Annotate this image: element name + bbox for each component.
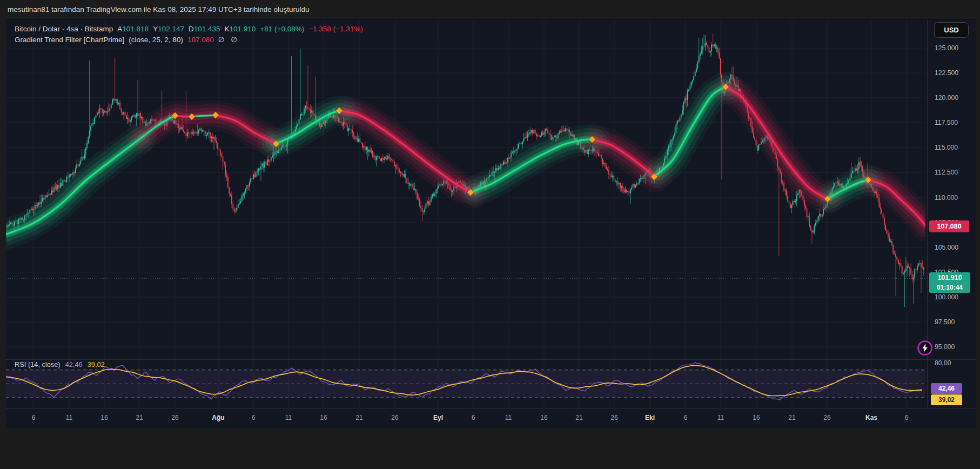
bar-countdown: 01:10:44 [929,283,970,292]
indicator-null-values: ∅ ∅ [218,35,237,44]
day-change: −1.358 (−1,31%) [308,25,363,33]
currency-toggle-button[interactable]: USD [934,22,969,38]
price-axis-label: 125.000 [935,44,978,52]
time-axis-month-label: Ağu [212,414,224,421]
price-axis-label: 112.500 [935,168,978,177]
price-axis-label: 115.000 [935,143,978,152]
time-axis-label: 6 [684,414,688,421]
symbol-legend-row[interactable]: Bitcoin / Dolar · 4sa · Bitstamp A101.81… [15,23,363,34]
time-axis-label: 11 [66,414,72,421]
footer-bar: TradingView [0,428,980,469]
price-axis-label: 117.500 [935,118,978,127]
time-axis-label: 6 [32,414,36,421]
rsi-axis-badge: 42,46 [931,383,962,394]
symbol-title: Bitcoin / Dolar · 4sa · Bitstamp [15,25,113,33]
time-axis-label: 26 [391,414,398,421]
time-axis-label: 11 [717,414,724,421]
indicator-legend-row[interactable]: Gradient Trend Filter [ChartPrime] (clos… [15,34,363,45]
time-axis-label: 21 [575,414,582,421]
bar-change: +81 (+0,08%) [260,25,304,33]
ohlc-open: A101.818 [117,25,149,33]
time-axis-label: 16 [320,414,327,421]
rsi-axis-label: 80,00 [935,359,978,367]
ohlc-close: K101.910 [225,25,256,33]
rsi-ma-axis-badge: 39,02 [931,394,962,405]
tradingview-snapshot: mesutinan81 tarafından TradingView.com i… [0,0,980,469]
time-axis-label: 26 [171,414,178,421]
time-axis-label: 6 [905,414,909,421]
rsi-value: 42,46 [65,360,83,368]
price-chart-canvas[interactable] [0,0,980,469]
time-axis-label: 26 [823,414,830,421]
indicator-price-badge: 107.080 [929,220,969,232]
time-axis-label: 16 [540,414,547,421]
indicator-params: (close, 25, 2, 80) [129,36,183,44]
ohlc-high: Y102.147 [153,25,184,33]
price-axis-label: 105.000 [935,243,978,252]
time-axis-month-label: Eki [645,414,655,421]
price-axis-label: 110.000 [935,193,978,202]
price-axis-label: 95.000 [935,343,978,351]
price-axis-label: 100.000 [935,293,978,302]
indicator-value: 107.080 [187,36,214,44]
ohlc-low: D101.435 [189,25,220,33]
time-axis-label: 11 [505,414,512,421]
time-axis-label: 16 [753,414,760,421]
indicator-name: Gradient Trend Filter [ChartPrime] [15,36,124,44]
rsi-label: RSI (14, close) [15,360,61,368]
boost-button[interactable] [917,340,933,356]
time-axis-label: 21 [136,414,143,421]
price-axis-label: 97.500 [935,318,978,326]
price-axis-label: 122.500 [935,69,978,77]
time-axis-label: 6 [472,414,475,421]
legend: Bitcoin / Dolar · 4sa · Bitstamp A101.81… [15,23,363,45]
time-axis-label: 21 [355,414,363,421]
rsi-ma-value: 39,02 [88,360,105,368]
time-axis-month-label: Eyl [433,414,443,421]
time-axis-label: 26 [610,414,617,421]
last-price-badge: 101.910 01:10:44 [929,272,970,293]
rsi-legend-row[interactable]: RSI (14, close) 42,46 39,02 [15,360,105,368]
price-axis-label: 120.000 [935,93,978,102]
time-axis-label: 16 [100,414,108,421]
time-axis-label: 21 [788,414,795,421]
time-axis-month-label: Kas [865,414,877,421]
last-price-value: 101.910 [929,272,970,283]
time-axis-label: 11 [285,414,292,421]
time-axis-label: 6 [252,414,256,421]
